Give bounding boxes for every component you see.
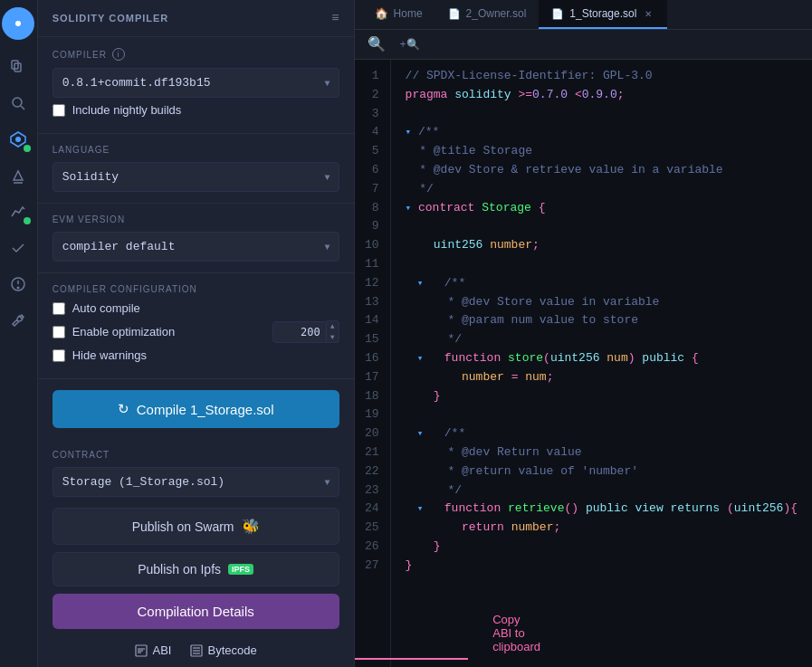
1storage-tab-icon: 📄 xyxy=(551,8,564,20)
enable-optimization-checkbox[interactable] xyxy=(53,326,65,338)
language-label: LANGUAGE xyxy=(53,145,339,155)
compile-refresh-icon: ↻ xyxy=(118,401,129,417)
enable-optimization-row: Enable optimization ▲ ▼ xyxy=(53,320,339,343)
swarm-icon: 🐝 xyxy=(242,518,260,535)
code-content: // SPDX-License-Identifier: GPL-3.0 prag… xyxy=(391,60,812,667)
line-numbers: 1 2 3 4 5 6 7 8 9 10 11 12 13 14 15 16 1… xyxy=(355,60,391,667)
auto-compile-row: Auto compile xyxy=(53,301,339,315)
compiler-badge xyxy=(24,145,31,152)
compiler-version-select[interactable]: 0.8.1+commit.df193b15 xyxy=(53,68,339,98)
panel-menu-icon[interactable]: ≡ xyxy=(331,11,339,25)
panel-header: SOLIDITY COMPILER ≡ xyxy=(38,0,354,37)
panel-title: SOLIDITY COMPILER xyxy=(53,13,169,24)
icon-sidebar xyxy=(0,0,38,667)
zoom-in-button[interactable]: +🔍 xyxy=(396,36,424,53)
hide-warnings-label: Hide warnings xyxy=(72,348,147,362)
config-label: COMPILER CONFIGURATION xyxy=(53,284,339,294)
home-tab-icon: 🏠 xyxy=(375,7,388,20)
svg-point-13 xyxy=(18,287,20,289)
svg-point-2 xyxy=(15,21,21,26)
abi-label: ABI xyxy=(153,643,172,657)
zoom-out-button[interactable]: 🔍 xyxy=(364,33,389,55)
code-area[interactable]: 1 2 3 4 5 6 7 8 9 10 11 12 13 14 15 16 1… xyxy=(355,60,812,667)
1storage-tab-label: 1_Storage.sol xyxy=(569,7,636,20)
compile-button-label: Compile 1_Storage.sol xyxy=(137,402,274,417)
evm-section: EVM VERSION compiler default ▼ xyxy=(38,204,354,273)
evm-select-wrapper: compiler default ▼ xyxy=(53,232,339,262)
publish-ipfs-button[interactable]: Publish on Ipfs IPFS xyxy=(53,552,339,586)
compilation-details-button[interactable]: Compilation Details xyxy=(53,594,339,629)
compilation-details-label: Compilation Details xyxy=(138,604,254,619)
2owner-tab-label: 2_Owner.sol xyxy=(466,7,527,20)
compiler-section: COMPILER i 0.8.1+commit.df193b15 ▼ Inclu… xyxy=(38,37,354,134)
bytecode-label: Bytecode xyxy=(208,643,257,657)
contract-select[interactable]: Storage (1_Storage.sol) xyxy=(53,467,339,497)
1storage-tab-close[interactable]: ✕ xyxy=(642,7,654,20)
sidebar-icon-deploy[interactable] xyxy=(2,159,34,192)
auto-compile-label: Auto compile xyxy=(72,301,140,315)
ipfs-badge: IPFS xyxy=(228,564,253,575)
sidebar-icon-compiler[interactable] xyxy=(2,123,34,156)
compiler-panel: SOLIDITY COMPILER ≡ COMPILER i 0.8.1+com… xyxy=(38,0,355,667)
auto-compile-checkbox[interactable] xyxy=(53,302,65,315)
editor-toolbar: 🔍 +🔍 xyxy=(355,30,812,60)
sidebar-icon-verify[interactable] xyxy=(2,232,34,264)
analytics-badge xyxy=(24,217,31,224)
svg-point-5 xyxy=(13,98,22,107)
code-editor: 🏠 Home 📄 2_Owner.sol 📄 1_Storage.sol ✕ 🔍… xyxy=(355,0,812,667)
language-section: LANGUAGE Solidity ▼ xyxy=(38,134,354,204)
sidebar-icon-debug[interactable] xyxy=(2,268,34,300)
contract-section: CONTRACT Storage (1_Storage.sol) ▼ Publi… xyxy=(38,439,354,667)
nightly-builds-row: Include nightly builds xyxy=(53,103,339,117)
tab-1storage[interactable]: 📄 1_Storage.sol ✕ xyxy=(539,0,667,29)
sidebar-icon-files[interactable] xyxy=(2,51,34,83)
svg-marker-9 xyxy=(14,171,23,180)
optimization-up-arrow[interactable]: ▲ xyxy=(327,321,339,332)
editor-tabs: 🏠 Home 📄 2_Owner.sol 📄 1_Storage.sol ✕ xyxy=(355,0,812,30)
sidebar-icon-analytics[interactable] xyxy=(2,195,34,228)
tab-home[interactable]: 🏠 Home xyxy=(362,0,435,29)
tab-2owner[interactable]: 📄 2_Owner.sol xyxy=(435,0,540,29)
optimization-arrows: ▲ ▼ xyxy=(327,320,339,343)
optimization-down-arrow[interactable]: ▼ xyxy=(327,332,339,343)
config-section: COMPILER CONFIGURATION Auto compile Enab… xyxy=(38,273,354,379)
nightly-builds-label: Include nightly builds xyxy=(72,103,182,117)
enable-optimization-label: Enable optimization xyxy=(72,325,175,338)
2owner-tab-icon: 📄 xyxy=(448,8,461,20)
abi-action[interactable]: ABI xyxy=(135,643,172,657)
publish-swarm-button[interactable]: Publish on Swarm 🐝 xyxy=(53,508,339,545)
sidebar-icon-wrench[interactable] xyxy=(2,304,34,337)
hide-warnings-row: Hide warnings xyxy=(53,348,339,362)
app-logo[interactable] xyxy=(2,7,34,40)
hide-warnings-checkbox[interactable] xyxy=(53,349,65,362)
evm-version-select[interactable]: compiler default xyxy=(53,232,339,262)
bytecode-icon xyxy=(190,644,203,657)
svg-point-8 xyxy=(15,137,21,142)
publish-ipfs-label: Publish on Ipfs xyxy=(138,562,221,576)
language-select[interactable]: Solidity xyxy=(53,162,339,192)
bytecode-action[interactable]: Bytecode xyxy=(190,643,257,657)
svg-line-6 xyxy=(21,106,24,110)
contract-select-wrapper: Storage (1_Storage.sol) ▼ xyxy=(53,467,339,497)
contract-label: CONTRACT xyxy=(53,450,339,460)
compiler-info-icon[interactable]: i xyxy=(112,48,125,61)
sidebar-icon-search[interactable] xyxy=(2,87,34,119)
evm-label: EVM VERSION xyxy=(53,214,339,224)
compiler-label: COMPILER i xyxy=(53,48,339,61)
bottom-actions: ABI Bytecode xyxy=(53,636,339,664)
home-tab-label: Home xyxy=(394,7,423,20)
optimization-input-wrapper: ▲ ▼ xyxy=(272,320,339,343)
compiler-version-wrapper: 0.8.1+commit.df193b15 ▼ xyxy=(53,68,339,98)
optimization-value-input[interactable] xyxy=(272,321,327,343)
publish-swarm-label: Publish on Swarm xyxy=(132,519,234,534)
nightly-builds-checkbox[interactable] xyxy=(53,104,65,117)
language-select-wrapper: Solidity ▼ xyxy=(53,162,339,192)
compile-button[interactable]: ↻ Compile 1_Storage.sol xyxy=(53,390,339,428)
abi-icon xyxy=(135,644,148,657)
